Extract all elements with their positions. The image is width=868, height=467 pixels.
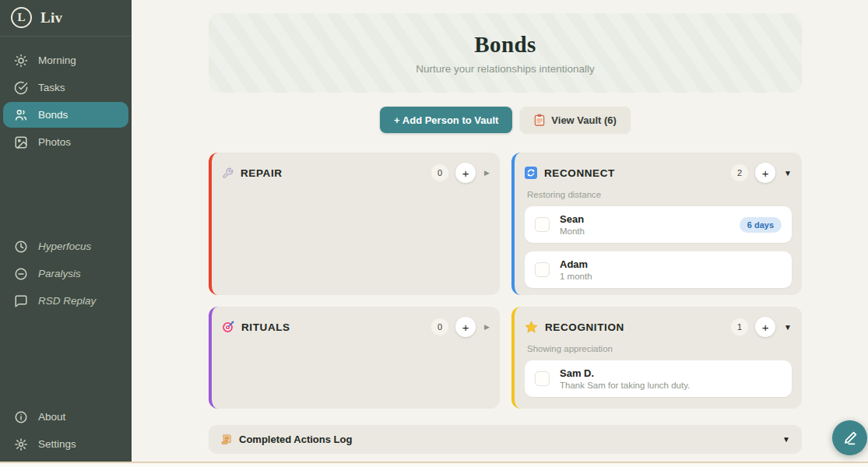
item-count-badge: 1 bbox=[731, 318, 748, 335]
item-count-badge: 0 bbox=[431, 164, 448, 181]
rituals-card: RITUALS 0 + ▶ bbox=[209, 307, 500, 409]
sidebar-item-paralysis[interactable]: Paralysis bbox=[3, 261, 128, 286]
view-vault-button[interactable]: View Vault (6) bbox=[520, 107, 631, 133]
item-checkbox[interactable] bbox=[535, 371, 550, 386]
page-subtitle: Nurture your relationships intentionally bbox=[416, 63, 595, 75]
card-subtitle: Showing appreciation bbox=[515, 344, 802, 360]
completed-actions-log-bar[interactable]: Completed Actions Log ▼ bbox=[209, 425, 802, 454]
info-icon bbox=[14, 410, 28, 424]
sidebar-item-settings[interactable]: Settings bbox=[3, 431, 128, 457]
star-icon bbox=[525, 321, 538, 333]
add-person-to-vault-button[interactable]: + Add Person to Vault bbox=[380, 107, 512, 133]
clock-icon bbox=[14, 240, 28, 254]
action-buttons-row: + Add Person to Vault View Vault (6) bbox=[209, 107, 802, 133]
item-count-badge: 0 bbox=[431, 318, 448, 335]
sidebar-item-bonds[interactable]: Bonds bbox=[3, 102, 128, 128]
bond-item-sean[interactable]: Sean Month 6 days bbox=[525, 206, 792, 243]
sidebar-item-label: Morning bbox=[38, 54, 76, 66]
sidebar-item-label: About bbox=[38, 411, 65, 423]
card-title: RECONNECT bbox=[544, 167, 615, 179]
sidebar-item-tasks[interactable]: Tasks bbox=[3, 75, 128, 100]
item-detail: Month bbox=[560, 226, 585, 236]
people-icon bbox=[14, 108, 28, 122]
bond-item-sam[interactable]: Sam D. Thank Sam for taking lunch duty. bbox=[525, 360, 792, 397]
check-circle-icon bbox=[14, 81, 28, 95]
item-name: Adam bbox=[560, 258, 592, 270]
sidebar-item-photos[interactable]: Photos bbox=[3, 129, 128, 155]
recognition-card: RECOGNITION 1 + ▼ Showing appreciation S… bbox=[511, 307, 802, 409]
reconnect-arrows-icon bbox=[525, 167, 537, 179]
reconnect-card: RECONNECT 2 + ▼ Restoring distance Sean … bbox=[511, 153, 802, 295]
item-detail: Thank Sam for taking lunch duty. bbox=[560, 381, 690, 390]
sidebar-item-rsd-replay[interactable]: RSD Replay bbox=[3, 288, 128, 314]
collapse-toggle-icon[interactable]: ▼ bbox=[784, 169, 792, 177]
sidebar-item-morning[interactable]: Morning bbox=[3, 47, 128, 73]
card-subtitle: Restoring distance bbox=[515, 190, 802, 206]
sidebar-item-label: Paralysis bbox=[38, 268, 81, 279]
pencil-icon bbox=[842, 430, 859, 447]
sidebar-nav-footer: About Settings bbox=[0, 404, 132, 457]
sidebar-item-label: Settings bbox=[38, 438, 76, 450]
log-expand-caret-icon[interactable]: ▼ bbox=[782, 435, 790, 444]
target-icon bbox=[222, 321, 234, 333]
sidebar-item-label: Bonds bbox=[38, 109, 68, 121]
item-detail: 1 month bbox=[560, 272, 592, 281]
page-header-banner: Bonds Nurture your relationships intenti… bbox=[209, 13, 802, 93]
sidebar: L Liv Morning Tasks Bonds Photos bbox=[0, 0, 132, 462]
item-name: Sam D. bbox=[560, 367, 690, 379]
page-title: Bonds bbox=[474, 32, 536, 58]
expand-toggle-icon[interactable]: ▶ bbox=[484, 169, 490, 177]
sidebar-item-about[interactable]: About bbox=[3, 404, 128, 430]
add-item-button[interactable]: + bbox=[455, 163, 476, 183]
due-badge: 6 days bbox=[740, 217, 782, 233]
bond-item-adam[interactable]: Adam 1 month bbox=[525, 251, 792, 288]
item-name: Sean bbox=[560, 213, 585, 225]
card-title: RITUALS bbox=[241, 321, 290, 333]
app-logo[interactable]: L Liv bbox=[0, 0, 132, 37]
collapse-toggle-icon[interactable]: ▼ bbox=[784, 323, 792, 332]
sidebar-item-label: Hyperfocus bbox=[38, 241, 91, 252]
sidebar-nav-main: Morning Tasks Bonds Photos bbox=[0, 47, 132, 155]
wrench-icon bbox=[222, 167, 234, 179]
item-checkbox[interactable] bbox=[535, 217, 550, 232]
minus-circle-icon bbox=[14, 267, 28, 281]
add-item-button[interactable]: + bbox=[455, 317, 476, 337]
sidebar-item-label: Photos bbox=[38, 136, 71, 148]
clipboard-icon bbox=[534, 114, 545, 126]
add-item-button[interactable]: + bbox=[755, 317, 775, 337]
scroll-icon bbox=[220, 434, 232, 445]
item-checkbox[interactable] bbox=[535, 262, 550, 277]
sidebar-item-hyperfocus[interactable]: Hyperfocus bbox=[3, 234, 128, 259]
add-item-button[interactable]: + bbox=[755, 163, 775, 183]
log-label: Completed Actions Log bbox=[239, 434, 352, 445]
expand-toggle-icon[interactable]: ▶ bbox=[484, 323, 490, 331]
quick-edit-fab-button[interactable] bbox=[832, 420, 867, 455]
sidebar-nav-modes: Hyperfocus Paralysis RSD Replay bbox=[0, 234, 132, 314]
card-title: RECOGNITION bbox=[545, 321, 624, 333]
repair-card: REPAIR 0 + ▶ bbox=[209, 153, 500, 295]
item-count-badge: 2 bbox=[731, 164, 748, 181]
sun-icon bbox=[14, 54, 28, 68]
main-content: Bonds Nurture your relationships intenti… bbox=[132, 0, 868, 462]
chat-bubble-icon bbox=[14, 294, 28, 308]
view-vault-label: View Vault (6) bbox=[551, 114, 617, 126]
logo-circle-icon: L bbox=[11, 7, 32, 28]
card-title: REPAIR bbox=[241, 167, 283, 179]
sidebar-item-label: Tasks bbox=[38, 82, 65, 93]
app-title: Liv bbox=[40, 9, 62, 26]
photo-icon bbox=[14, 135, 28, 149]
bond-cards-grid: REPAIR 0 + ▶ RECONNECT 2 + ▼ bbox=[209, 153, 802, 409]
gear-icon bbox=[14, 437, 28, 451]
bottom-divider bbox=[0, 462, 868, 467]
sidebar-item-label: RSD Replay bbox=[38, 295, 96, 307]
